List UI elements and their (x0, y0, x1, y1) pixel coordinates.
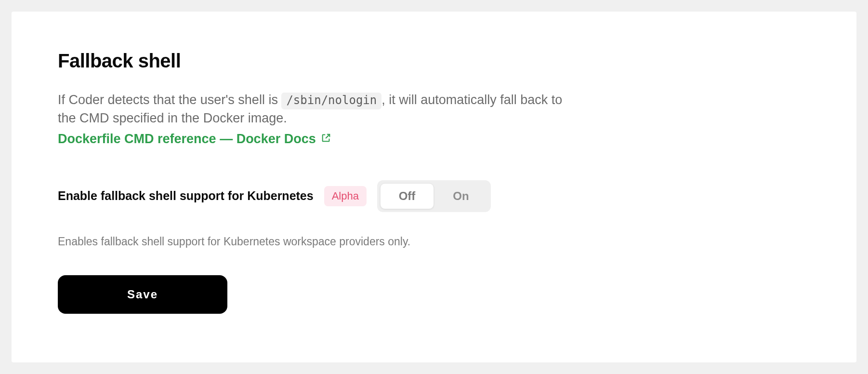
setting-help-text: Enables fallback shell support for Kuber… (58, 235, 810, 248)
alpha-badge: Alpha (324, 186, 367, 206)
doc-link-label: Dockerfile CMD reference — Docker Docs (58, 132, 316, 147)
page-title: Fallback shell (58, 50, 810, 72)
toggle-switch: Off On (377, 180, 491, 212)
settings-card: Fallback shell If Coder detects that the… (12, 12, 856, 362)
setting-row: Enable fallback shell support for Kubern… (58, 180, 810, 212)
setting-label: Enable fallback shell support for Kubern… (58, 189, 314, 203)
external-link-icon (321, 132, 331, 147)
code-inline: /sbin/nologin (281, 93, 381, 109)
save-button[interactable]: Save (58, 275, 227, 314)
toggle-off[interactable]: Off (380, 183, 434, 209)
toggle-on[interactable]: On (434, 183, 488, 209)
description-text: If Coder detects that the user's shell i… (58, 91, 568, 128)
doc-link[interactable]: Dockerfile CMD reference — Docker Docs (58, 132, 331, 147)
description-part-1: If Coder detects that the user's shell i… (58, 93, 281, 107)
